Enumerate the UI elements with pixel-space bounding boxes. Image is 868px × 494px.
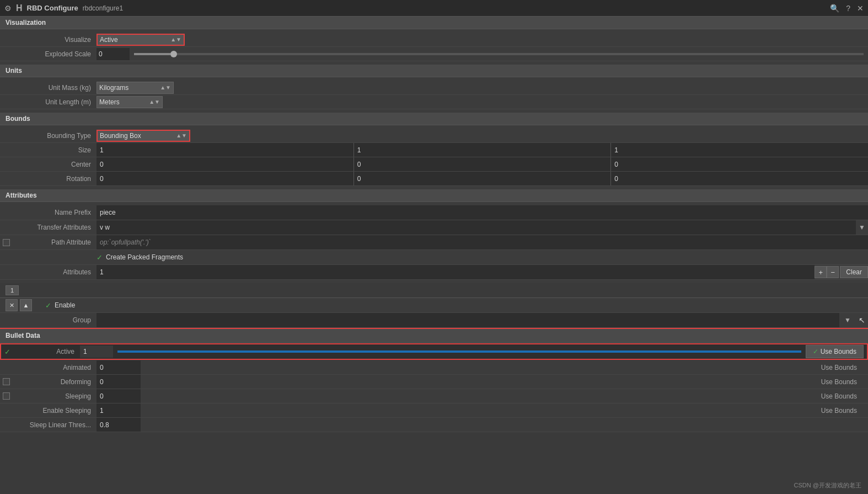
rotation-y-value[interactable]: 0 — [354, 172, 612, 185]
bounding-type-dropdown[interactable]: Bounding Box ▲▼ — [97, 130, 190, 142]
path-attribute-label: Path Attribute — [12, 238, 97, 246]
dropdown-arrow-icon: ▲▼ — [170, 36, 181, 43]
title-icons: 🔍 ? ✕ — [830, 4, 864, 13]
use-bounds-button[interactable]: ✓ Use Bounds — [806, 345, 864, 358]
active-row: ✓ Active 1 ✓ Use Bounds — [0, 343, 868, 360]
path-attribute-checkbox[interactable] — [0, 239, 12, 246]
remove-attribute-button[interactable]: − — [827, 266, 839, 278]
bounding-type-row: Bounding Type Bounding Box ▲▼ — [0, 129, 868, 143]
exploded-scale-row: Exploded Scale 0 — [0, 47, 868, 61]
sleeping-value[interactable]: 0 — [97, 389, 141, 403]
sleeping-checkbox[interactable] — [0, 392, 12, 400]
enable-sleeping-value[interactable]: 1 — [97, 403, 141, 417]
name-prefix-row: Name Prefix piece — [0, 205, 868, 220]
remove-item-button[interactable]: ✕ — [6, 299, 18, 311]
checkbox-icon[interactable] — [3, 392, 10, 400]
transfer-attributes-label: Transfer Attributes — [0, 224, 97, 231]
animated-use-bounds[interactable]: Use Bounds — [821, 364, 868, 371]
exploded-scale-label: Exploded Scale — [0, 50, 97, 58]
sleep-linear-row: Sleep Linear Thres... 0.8 — [0, 418, 868, 432]
attributes-value-input[interactable]: 1 — [97, 265, 815, 279]
size-row: Size 1 1 1 — [0, 143, 868, 157]
bullet-data-section-header: Bullet Data — [0, 328, 868, 343]
rotation-z-value[interactable]: 0 — [611, 172, 868, 185]
animated-value[interactable]: 0 — [97, 360, 141, 374]
visualization-section-body: Visualize Active ▲▼ Exploded Scale 0 — [0, 29, 868, 65]
sleeping-label: Sleeping — [12, 392, 97, 400]
footer-watermark: CSDN @开发游戏的老王 — [794, 481, 861, 490]
deforming-checkbox[interactable] — [0, 378, 12, 385]
unit-mass-row: Unit Mass (kg) Kilograms ▲▼ — [0, 81, 868, 95]
group-dropdown-arrow-icon[interactable]: ▼ — [839, 316, 856, 324]
rotation-label: Rotation — [0, 175, 97, 183]
path-attribute-row: Path Attribute op:`opfullpath('.')` — [0, 235, 868, 250]
visualize-dropdown[interactable]: Active ▲▼ — [97, 34, 185, 46]
path-attribute-input[interactable]: op:`opfullpath('.')` — [97, 235, 868, 249]
group-label: Group — [0, 316, 97, 324]
animated-label: Animated — [12, 364, 97, 371]
group-input[interactable] — [97, 313, 839, 327]
deforming-row: Deforming 0 Use Bounds — [0, 375, 868, 389]
main-content: Visualization Visualize Active ▲▼ Explod… — [0, 17, 868, 432]
size-x-value[interactable]: 1 — [97, 143, 354, 157]
center-x-value[interactable]: 0 — [97, 157, 354, 171]
dropdown-arrow-icon: ▲▼ — [176, 132, 187, 139]
size-z-value[interactable]: 1 — [611, 143, 868, 157]
rotation-x-value[interactable]: 0 — [97, 172, 354, 185]
add-attribute-button[interactable]: + — [815, 266, 827, 278]
attributes-row: Attributes 1 + − Clear — [0, 265, 868, 280]
attributes-section-body: Name Prefix piece Transfer Attributes v … — [0, 202, 868, 283]
deforming-value[interactable]: 0 — [97, 375, 141, 389]
rotation-row: Rotation 0 0 0 — [0, 172, 868, 186]
attributes-buttons: + − — [815, 266, 839, 278]
units-section-header: Units — [0, 65, 868, 77]
attributes-label: Attributes — [0, 268, 97, 276]
center-z-value[interactable]: 0 — [611, 157, 868, 171]
node-name: rbdconfigure1 — [83, 4, 123, 12]
up-button[interactable]: ▲ — [20, 299, 32, 311]
bounding-type-label: Bounding Type — [0, 132, 97, 140]
help-icon[interactable]: ? — [846, 4, 850, 13]
active-slider[interactable] — [117, 350, 801, 353]
enable-sleeping-use-bounds[interactable]: Use Bounds — [821, 407, 868, 415]
checkbox-icon[interactable] — [3, 239, 10, 246]
deforming-use-bounds[interactable]: Use Bounds — [821, 378, 868, 386]
animated-row: Animated 0 Use Bounds — [0, 360, 868, 375]
center-y-value[interactable]: 0 — [354, 157, 612, 171]
enable-sleeping-row: Enable Sleeping 1 Use Bounds — [0, 403, 868, 418]
sleeping-row: Sleeping 0 Use Bounds — [0, 389, 868, 403]
sub-item-divider: 1 — [0, 283, 868, 298]
exploded-scale-value[interactable]: 0 — [97, 48, 130, 60]
close-icon[interactable]: ✕ — [857, 4, 864, 13]
group-row: Group ▼ ↖ — [0, 313, 868, 328]
name-prefix-value[interactable]: piece — [97, 205, 868, 220]
active-label: Active — [14, 348, 80, 355]
attributes-section-header: Attributes — [0, 189, 868, 202]
create-packed-label[interactable]: Create Packed Fragments — [106, 253, 183, 261]
use-bounds-check-icon: ✓ — [813, 348, 818, 355]
search-icon[interactable]: 🔍 — [830, 4, 839, 13]
units-section-body: Unit Mass (kg) Kilograms ▲▼ Unit Length … — [0, 77, 868, 113]
gear-icon[interactable]: ⚙ — [4, 4, 12, 13]
visualize-label: Visualize — [0, 36, 97, 44]
enable-label[interactable]: Enable — [55, 301, 75, 309]
exploded-scale-slider[interactable] — [134, 53, 864, 55]
size-label: Size — [0, 146, 97, 154]
transfer-attributes-value[interactable]: v w — [97, 220, 856, 235]
dropdown-arrow-icon: ▲▼ — [160, 84, 171, 91]
unit-length-label: Unit Length (m) — [0, 98, 97, 106]
clear-attributes-button[interactable]: Clear — [840, 266, 868, 278]
name-prefix-label: Name Prefix — [0, 209, 97, 216]
active-value-input[interactable]: 1 — [80, 346, 113, 358]
title-bar: ⚙ H RBD Configure rbdconfigure1 🔍 ? ✕ — [0, 0, 868, 17]
slider-thumb[interactable] — [170, 51, 177, 57]
sleep-linear-value[interactable]: 0.8 — [97, 418, 141, 432]
transfer-attributes-arrow-icon[interactable]: ▼ — [856, 224, 868, 231]
bounds-section-body: Bounding Type Bounding Box ▲▼ Size 1 1 1… — [0, 125, 868, 189]
unit-length-dropdown[interactable]: Meters ▲▼ — [97, 96, 163, 108]
size-y-value[interactable]: 1 — [354, 143, 612, 157]
unit-mass-dropdown[interactable]: Kilograms ▲▼ — [97, 82, 174, 94]
enable-check-icon: ✓ — [45, 301, 51, 310]
checkbox-icon[interactable] — [3, 378, 10, 385]
sleeping-use-bounds[interactable]: Use Bounds — [821, 392, 868, 400]
